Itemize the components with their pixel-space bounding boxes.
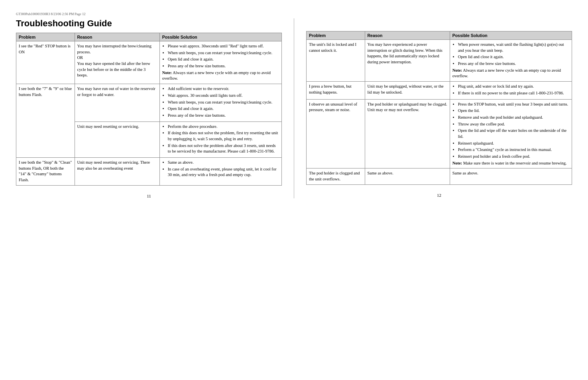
doc-header: GT300Pub100001930R3 8/23/06 2:56 PM Page… [16, 12, 572, 16]
right-page-number: 12 [306, 193, 572, 198]
solution-cell: When power resumes, wait until the flash… [450, 40, 572, 82]
right-page: Problem Reason Possible Solution The uni… [306, 18, 572, 198]
page-title: Troubleshooting Guide [16, 18, 282, 29]
left-page: Troubleshooting Guide Problem Reason Pos… [16, 18, 282, 198]
reason-cell: You may have run out of water in the res… [75, 84, 159, 121]
reason-cell: Unit may need resetting or servicing. Th… [75, 158, 159, 186]
table-row: I see the "Red" STOP button is ON You ma… [16, 41, 282, 84]
solution-cell: Same as above. In case of an overheating… [159, 158, 281, 186]
left-col-reason: Reason [75, 33, 159, 41]
solution-cell: Press the STOP button, wait until you he… [450, 99, 572, 168]
two-column-layout: Troubleshooting Guide Problem Reason Pos… [16, 18, 572, 198]
page-container: GT300Pub100001930R3 8/23/06 2:56 PM Page… [0, 8, 588, 202]
problem-cell: I see both the "Stop" & "Clean" buttons … [16, 158, 75, 186]
left-col-problem: Problem [16, 33, 75, 41]
left-col-solution: Possible Solution [159, 33, 281, 41]
left-trouble-table: Problem Reason Possible Solution I see t… [16, 33, 282, 186]
right-trouble-table: Problem Reason Possible Solution The uni… [306, 31, 572, 185]
left-page-number: 11 [16, 194, 282, 198]
solution-cell: Add sufficient water to the reservoir. W… [159, 84, 281, 121]
problem-cell: I see the "Red" STOP button is ON [16, 41, 75, 84]
table-row: I see both the "Stop" & "Clean" buttons … [16, 158, 282, 186]
reason-cell: Unit may be unplugged, without water, or… [365, 82, 450, 99]
reason-cell: You may have interrupted the brew/cleani… [75, 41, 159, 84]
table-row: I see both the "7" & "9" oz blue buttons… [16, 84, 282, 121]
solution-cell: Please wait approx. 30seconds until "Red… [159, 41, 281, 84]
reason-cell: Unit may need resetting or servicing. [75, 121, 159, 157]
right-col-solution: Possible Solution [450, 31, 572, 40]
table-row: The unit's lid is locked and I cannot un… [307, 40, 572, 82]
table-row: I observe an unusual level of pressure, … [307, 99, 572, 168]
problem-cell: I press a brew button, but nothing happe… [307, 82, 365, 99]
reason-cell: The pod holder or splashguard may be clo… [365, 99, 450, 168]
right-col-problem: Problem [307, 31, 365, 40]
solution-cell: Plug unit, add water or lock lid and try… [450, 82, 572, 99]
center-divider [294, 18, 294, 198]
table-row: I press a brew button, but nothing happe… [307, 82, 572, 99]
reason-cell: You may have experienced a power interru… [365, 40, 450, 82]
problem-cell: I see both the "7" & "9" oz blue buttons… [16, 84, 75, 158]
solution-cell: Same as above. [450, 168, 572, 184]
solution-cell: Perform the above procedure. If doing th… [159, 121, 281, 157]
reason-cell: Same as above. [365, 168, 450, 184]
right-col-reason: Reason [365, 31, 450, 40]
problem-cell: I observe an unusual level of pressure, … [307, 99, 365, 168]
table-row: The pod holder is clogged and the unit o… [307, 168, 572, 184]
problem-cell: The unit's lid is locked and I cannot un… [307, 40, 365, 82]
problem-cell: The pod holder is clogged and the unit o… [307, 168, 365, 184]
